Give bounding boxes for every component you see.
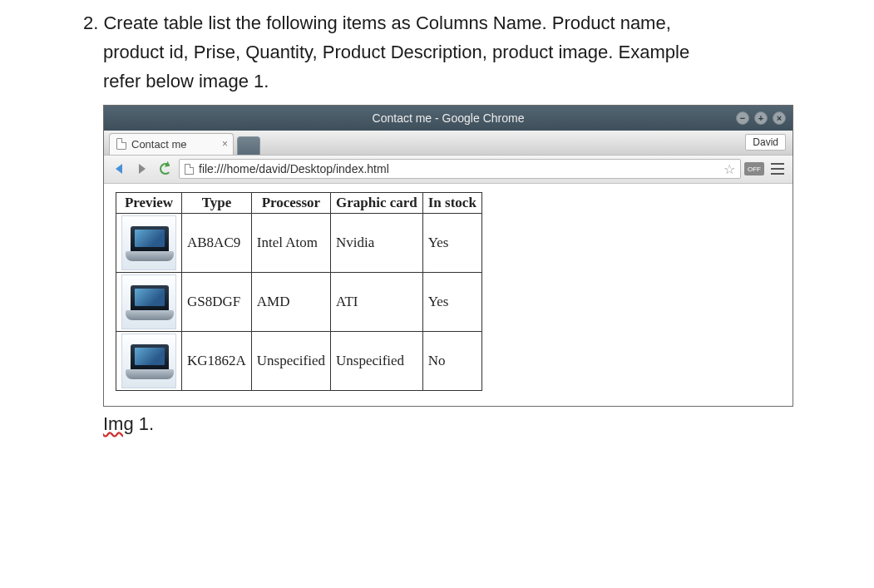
- question-line-1: Create table list the following items as…: [103, 12, 670, 33]
- table-row: KG1862A Unspecified Unspecified No: [116, 331, 482, 390]
- cell-stock: Yes: [422, 213, 481, 272]
- tab-title: Contact me: [131, 138, 186, 151]
- tab-strip: Contact me × David: [104, 131, 793, 156]
- browser-toolbar: file:///home/david/Desktop/index.html ☆ …: [104, 156, 793, 184]
- menu-icon[interactable]: [771, 163, 784, 175]
- user-badge[interactable]: David: [745, 134, 786, 151]
- reload-icon: [160, 163, 171, 175]
- cell-type: GS8DGF: [182, 272, 252, 331]
- col-preview: Preview: [116, 192, 182, 213]
- forward-button[interactable]: [132, 159, 152, 179]
- cell-processor: Intel Atom: [251, 213, 330, 272]
- tab-close-icon[interactable]: ×: [222, 138, 228, 150]
- question-number: 2.: [83, 12, 98, 33]
- url-text: file:///home/david/Desktop/index.html: [199, 162, 389, 175]
- extension-off-badge[interactable]: OFF: [744, 162, 764, 175]
- window-titlebar: Contact me - Google Chrome − + ×: [104, 106, 793, 131]
- page-content: Preview Type Processor Graphic card In s…: [104, 184, 793, 406]
- question-line-2: product id, Prise, Quantity, Product Des…: [83, 37, 841, 67]
- laptop-thumbnail-icon: [121, 215, 176, 270]
- browser-tab[interactable]: Contact me ×: [109, 133, 234, 155]
- back-button[interactable]: [109, 159, 129, 179]
- question-line-3: refer below image 1.: [83, 67, 841, 96]
- col-processor: Processor: [251, 192, 330, 213]
- caption-word: Img: [103, 413, 134, 434]
- image-caption: Img 1.: [83, 413, 841, 435]
- close-icon[interactable]: ×: [773, 111, 786, 125]
- cell-graphic: Unspecified: [330, 331, 422, 390]
- products-table: Preview Type Processor Graphic card In s…: [116, 192, 482, 391]
- browser-window: Contact me - Google Chrome − + × Contact…: [103, 105, 793, 407]
- laptop-thumbnail-icon: [121, 274, 176, 329]
- cell-graphic: Nvidia: [330, 213, 422, 272]
- address-bar[interactable]: file:///home/david/Desktop/index.html ☆: [179, 159, 741, 179]
- caption-number: 1.: [134, 413, 154, 434]
- cell-type: AB8AC9: [182, 213, 252, 272]
- maximize-icon[interactable]: +: [754, 111, 768, 125]
- table-row: AB8AC9 Intel Atom Nvidia Yes: [116, 213, 482, 272]
- star-icon[interactable]: ☆: [723, 161, 735, 177]
- table-row: GS8DGF AMD ATI Yes: [116, 272, 482, 331]
- table-header-row: Preview Type Processor Graphic card In s…: [116, 192, 482, 213]
- cell-graphic: ATI: [330, 272, 422, 331]
- new-tab-button[interactable]: [237, 136, 260, 155]
- forward-arrow-icon: [139, 164, 146, 174]
- back-arrow-icon: [116, 164, 122, 174]
- col-type: Type: [182, 192, 252, 213]
- laptop-thumbnail-icon: [121, 334, 176, 388]
- cell-stock: No: [422, 331, 481, 390]
- cell-type: KG1862A: [182, 331, 252, 390]
- window-title: Contact me - Google Chrome: [373, 111, 525, 125]
- col-graphic: Graphic card: [330, 192, 422, 213]
- cell-processor: AMD: [251, 272, 330, 331]
- minimize-icon[interactable]: −: [736, 111, 749, 125]
- cell-stock: Yes: [422, 272, 481, 331]
- reload-button[interactable]: [156, 159, 175, 179]
- cell-processor: Unspecified: [251, 331, 330, 390]
- col-stock: In stock: [422, 192, 481, 213]
- file-icon: [185, 164, 194, 175]
- page-icon: [116, 138, 126, 150]
